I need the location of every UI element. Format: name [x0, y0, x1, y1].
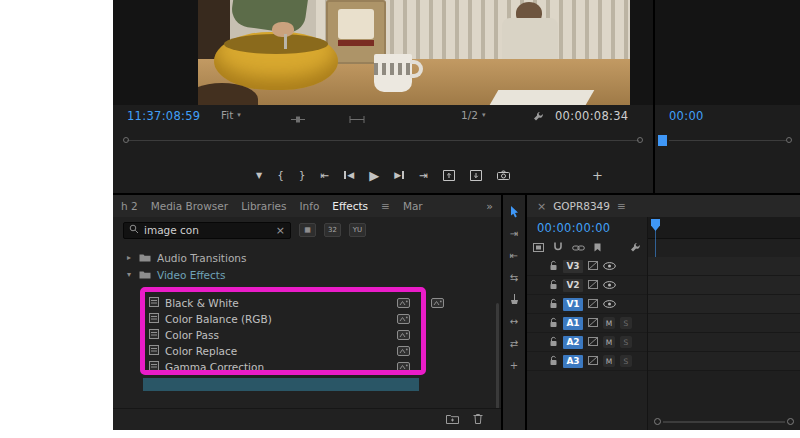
secondary-timecode[interactable]: 00:00	[669, 109, 704, 123]
video-lane-v1[interactable]	[648, 295, 800, 314]
playback-resolution-select[interactable]: 1/2 ▾	[461, 109, 485, 121]
effect-item-gamma-correction[interactable]: Gamma Correction	[113, 359, 501, 375]
horizontal-scrollbar[interactable]	[654, 418, 794, 426]
snap-magnet-icon[interactable]	[553, 242, 563, 254]
tab-effects[interactable]: Effects	[332, 200, 368, 212]
audio-lane-a3[interactable]	[648, 352, 800, 371]
timeline-tracks-area[interactable]	[647, 217, 800, 430]
selection-tool[interactable]	[510, 205, 519, 218]
slide-tool[interactable]: ⇄	[510, 337, 518, 350]
solo-button[interactable]: S	[620, 355, 632, 367]
audio-lane-a2[interactable]	[648, 333, 800, 352]
32bit-effects-filter[interactable]: 32	[324, 223, 341, 237]
track-lock-icon[interactable]	[549, 317, 558, 330]
track-lock-icon[interactable]	[549, 336, 558, 349]
bin-audio-transitions[interactable]: ▸ Audio Transitions	[113, 249, 501, 266]
track-lock-icon[interactable]	[549, 355, 558, 368]
nest-toggle-icon[interactable]	[533, 242, 544, 254]
solo-button[interactable]: S	[620, 317, 632, 329]
effects-search-input[interactable]: image con ×	[123, 222, 291, 239]
program-scrub-bar[interactable]	[113, 127, 653, 157]
tab-overflow-icon[interactable]: »	[486, 200, 493, 213]
track-target-v1[interactable]: V1	[563, 298, 583, 311]
mute-button[interactable]: M	[603, 355, 615, 367]
sync-lock-icon[interactable]	[588, 279, 598, 291]
playhead-marker[interactable]	[658, 135, 667, 146]
audio-lane-a1[interactable]	[648, 314, 800, 333]
chevron-down-icon[interactable]: ▾	[125, 270, 133, 279]
mark-out-button[interactable]: }	[299, 169, 306, 181]
sync-lock-icon[interactable]	[588, 317, 598, 329]
scrollbar-right-handle[interactable]	[787, 418, 794, 425]
timeline-settings-wrench-icon[interactable]	[630, 242, 641, 255]
panel-menu-icon[interactable]: ≡	[381, 200, 390, 212]
timeline-ruler[interactable]	[648, 217, 800, 239]
solo-button[interactable]: S	[620, 336, 632, 348]
panel-menu-icon[interactable]: ≡	[617, 200, 626, 212]
mute-button[interactable]: M	[603, 336, 615, 348]
sync-lock-icon[interactable]	[588, 298, 598, 310]
track-output-eye-icon[interactable]	[603, 298, 616, 310]
zoom-tool[interactable]: +	[510, 359, 518, 372]
close-icon[interactable]: ×	[537, 200, 546, 213]
track-output-eye-icon[interactable]	[603, 260, 616, 272]
video-lane-v3[interactable]	[648, 257, 800, 276]
mute-button[interactable]: M	[603, 317, 615, 329]
ripple-edit-tool[interactable]: ⇤	[510, 249, 518, 262]
track-output-eye-icon[interactable]	[603, 279, 616, 291]
sequence-tab[interactable]: GOPR8349	[553, 200, 610, 212]
rolling-edit-tool[interactable]: ⇆	[510, 271, 518, 284]
effect-item-color-replace[interactable]: Color Replace	[113, 343, 501, 359]
track-target-v3[interactable]: V3	[563, 260, 583, 273]
timeline-timecode[interactable]: 00:00:00:00	[527, 217, 647, 239]
sync-lock-icon[interactable]	[588, 336, 598, 348]
track-target-a3[interactable]: A3	[563, 355, 583, 368]
sync-lock-icon[interactable]	[588, 355, 598, 367]
track-lock-icon[interactable]	[549, 298, 558, 311]
clear-search-icon[interactable]: ×	[276, 225, 285, 236]
step-forward-button[interactable]: ▶	[394, 170, 404, 180]
new-custom-bin-icon[interactable]	[446, 414, 459, 426]
step-back-button[interactable]: ◀	[344, 170, 354, 180]
effect-item-color-pass[interactable]: Color Pass	[113, 327, 501, 343]
scrollbar-track[interactable]	[663, 421, 785, 423]
chevron-right-icon[interactable]: ▸	[125, 253, 133, 262]
track-target-a1[interactable]: A1	[563, 317, 583, 330]
settings-wrench-icon[interactable]	[533, 111, 544, 124]
tab-media-browser[interactable]: Media Browser	[151, 200, 228, 212]
accelerated-effects-filter[interactable]: ▦	[299, 223, 316, 237]
zoom-level-select[interactable]: Fit ▾	[221, 109, 241, 121]
go-to-out-button[interactable]: ⇥	[419, 169, 428, 181]
partially-visible-selected-row[interactable]	[143, 378, 419, 391]
lift-button[interactable]	[443, 170, 455, 181]
slip-tool[interactable]: ↔	[510, 315, 518, 328]
sync-lock-icon[interactable]	[588, 260, 598, 272]
tab-markers[interactable]: Mar	[403, 200, 423, 212]
button-editor-plus[interactable]: +	[592, 168, 603, 183]
razor-tool[interactable]	[510, 293, 519, 306]
tab-project[interactable]: h 2	[121, 200, 138, 212]
playhead-timecode[interactable]: 11:37:08:59	[127, 109, 200, 123]
add-marker-icon[interactable]	[594, 242, 601, 254]
track-target-v2[interactable]: V2	[563, 279, 583, 292]
tab-info[interactable]: Info	[299, 200, 319, 212]
bin-video-effects[interactable]: ▾ Video Effects	[113, 266, 501, 283]
secondary-scrub-bar[interactable]	[655, 127, 800, 157]
video-lane-v2[interactable]	[648, 276, 800, 295]
track-target-a2[interactable]: A2	[563, 336, 583, 349]
yuv-effects-filter[interactable]: YU	[349, 223, 366, 237]
go-to-in-button[interactable]: ⇤	[321, 169, 330, 181]
export-frame-button[interactable]	[497, 170, 510, 180]
extract-button[interactable]	[470, 170, 482, 181]
play-button[interactable]: ▶	[369, 168, 379, 183]
effect-item-color-balance[interactable]: Color Balance (RGB)	[113, 311, 501, 327]
tab-libraries[interactable]: Libraries	[241, 200, 286, 212]
track-select-tool[interactable]: ⇥	[510, 227, 518, 240]
delete-icon[interactable]	[473, 413, 483, 426]
track-lock-icon[interactable]	[549, 260, 558, 273]
mark-in-button[interactable]: {	[277, 169, 284, 181]
scrollbar-left-handle[interactable]	[654, 418, 661, 425]
linked-selection-icon[interactable]	[572, 242, 585, 254]
effect-item-black-and-white[interactable]: Black & White	[113, 295, 501, 311]
add-marker-button[interactable]: ▼	[256, 171, 262, 180]
